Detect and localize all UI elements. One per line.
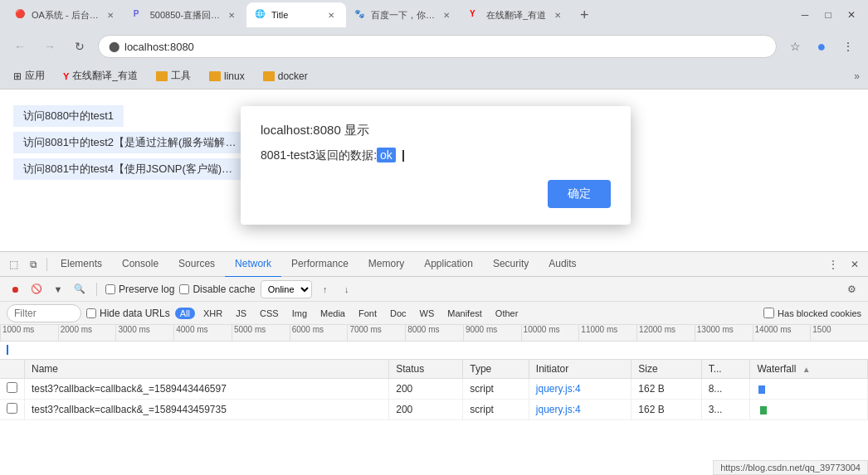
network-settings-button[interactable]: ⚙ [841,279,861,299]
back-button[interactable]: ← [8,35,32,58]
col-status[interactable]: Status [389,360,463,379]
tick-2000: 2000 ms [58,325,116,341]
close-window-button[interactable]: ✕ [841,5,861,25]
disable-cache-label[interactable]: Disable cache [179,284,255,295]
devtools-tab-security[interactable]: Security [483,251,539,278]
bookmark-docker[interactable]: docker [258,69,313,84]
pill-manifest[interactable]: Manifest [442,308,487,319]
devtools-tab-memory[interactable]: Memory [358,251,414,278]
tab-favicon-oa: 🔴 [15,9,27,21]
tab-close-title[interactable]: ✕ [324,8,338,22]
pill-font[interactable]: Font [354,308,382,319]
tab-close-500850[interactable]: ✕ [225,8,238,22]
col-initiator[interactable]: Initiator [529,360,631,379]
pill-doc[interactable]: Doc [385,308,412,319]
preserve-log-label[interactable]: Preserve log [105,284,174,295]
bookmark-youdao[interactable]: Y 在线翻译_有道 [58,67,143,85]
network-table[interactable]: Name Status Type Initiator Size T... Wat… [0,360,868,475]
tick-6000: 6000 ms [290,325,348,341]
tick-9000: 9000 ms [463,325,521,341]
devtools-more-button[interactable]: ⋮ [823,254,843,274]
pill-other[interactable]: Other [490,308,524,319]
row1-checkbox[interactable] [0,379,25,400]
devtools-tab-sources[interactable]: Sources [168,251,225,278]
table-row[interactable]: test3?callback=callback&_=1589443446597 … [0,379,868,400]
export-button[interactable]: ↓ [339,281,355,298]
devtools-right-actions: ⋮ ✕ [823,254,865,274]
devtools-device-toggle[interactable]: ⧉ [23,254,43,274]
hide-data-urls-checkbox[interactable] [86,308,96,318]
table-row[interactable]: test3?callback=callback&_=1589443459735 … [0,400,868,420]
new-tab-button[interactable]: + [573,3,596,27]
reload-button[interactable]: ↻ [68,35,91,58]
devtools-tab-performance[interactable]: Performance [281,251,358,278]
row1-time: 8... [701,379,750,400]
bookmark-linux[interactable]: linux [204,69,250,84]
bookmark-star-button[interactable]: ☆ [783,35,807,58]
devtools-panel: ⬚ ⧉ Elements Console Sources Network [0,251,868,475]
tick-10000: 10000 ms [521,325,579,341]
maximize-button[interactable]: □ [818,5,838,25]
tab-close-baidu[interactable]: ✕ [440,8,453,22]
devtools-tab-console[interactable]: Console [112,251,168,278]
bookmark-apps[interactable]: ⊞ 应用 [8,67,50,85]
hide-data-urls-label[interactable]: Hide data URLs [86,308,170,319]
network-search-button[interactable]: 🔍 [71,281,88,298]
tab-youdao[interactable]: Y 在线翻译_有道 ✕ [461,2,573,27]
row2-initiator: jquery.js:4 [529,400,631,420]
col-waterfall[interactable]: Waterfall ▲ [750,360,868,379]
minimize-button[interactable]: ─ [795,5,815,25]
col-name[interactable]: Name [25,360,389,379]
disable-cache-checkbox[interactable] [179,284,189,294]
col-time[interactable]: T... [701,360,750,379]
extensions-button[interactable]: ⋮ [836,35,860,58]
network-filter-button[interactable]: ▼ [50,281,66,298]
tab-title[interactable]: 🌐 Title ✕ [246,2,346,27]
link-test4[interactable]: 访问8081中的test4【使用JSONP(客户端)… [13,158,242,180]
tab-close-youdao[interactable]: ✕ [551,8,564,22]
pill-media[interactable]: Media [315,308,350,319]
pill-all[interactable]: All [175,308,195,319]
link-test1[interactable]: 访问8080中的test1 [13,105,124,127]
tab-favicon-baidu: 🐾 [354,9,366,21]
filter-input[interactable] [7,304,81,322]
col-size[interactable]: Size [631,360,701,379]
bookmarks-more-button[interactable]: » [854,70,860,82]
alert-actions: 确定 [261,180,611,208]
devtools-element-picker[interactable]: ⬚ [3,254,23,274]
network-clear-button[interactable]: 🚫 [28,281,45,298]
tab-500850[interactable]: P 500850-直播回… ✕ [125,2,246,27]
link-test2[interactable]: 访问8081中的test2【是通过注解(服务端解… [13,132,246,153]
has-blocked-cookies[interactable]: Has blocked cookies [763,308,861,318]
col-type[interactable]: Type [463,360,529,379]
pill-css[interactable]: CSS [255,308,284,319]
pill-js[interactable]: JS [231,308,251,319]
devtools-tab-elements[interactable]: Elements [51,251,112,278]
row2-type: script [463,400,529,420]
row1-name: test3?callback=callback&_=1589443446597 [25,379,389,400]
address-actions: ☆ ● ⋮ [783,35,860,58]
devtools-close-button[interactable]: ✕ [845,254,865,274]
bookmark-tools[interactable]: 工具 [151,67,196,85]
forward-button[interactable]: → [38,35,61,58]
tab-baidu[interactable]: 🐾 百度一下，你… ✕ [346,2,461,27]
tab-oa[interactable]: 🔴 OA系统 - 后台… ✕ [7,2,125,27]
profile-button[interactable]: ● [810,35,833,58]
devtools-tab-network[interactable]: Network [225,251,281,278]
preserve-log-checkbox[interactable] [105,284,115,294]
pill-xhr[interactable]: XHR [198,308,227,319]
tab-close-oa[interactable]: ✕ [104,8,117,22]
network-record-button[interactable]: ⏺ [7,281,23,298]
pill-ws[interactable]: WS [415,308,440,319]
tick-7000: 7000 ms [347,325,405,341]
import-button[interactable]: ↑ [317,281,334,298]
pill-img[interactable]: Img [287,308,312,319]
row2-checkbox[interactable] [0,400,25,420]
devtools-tab-application[interactable]: Application [414,251,483,278]
blocked-cookies-checkbox[interactable] [763,308,774,318]
row2-size: 162 B [631,400,701,420]
devtools-tab-audits[interactable]: Audits [539,251,586,278]
address-input-container[interactable]: ⬤ localhost:8080 [98,35,777,58]
throttle-select[interactable]: Online [261,280,312,298]
alert-ok-button[interactable]: 确定 [548,180,611,208]
